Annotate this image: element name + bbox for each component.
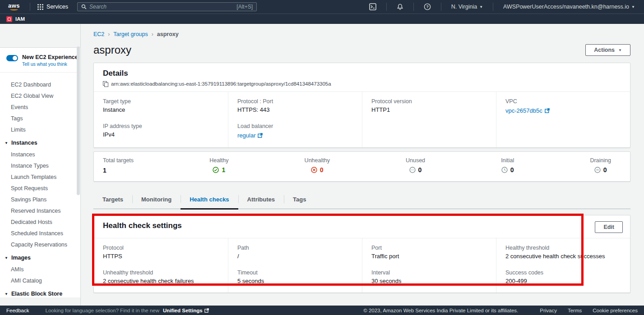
cloudshell-button[interactable]	[365, 0, 381, 14]
language-hint: Looking for language selection? Find it …	[46, 308, 160, 313]
healthy-count: 1	[222, 166, 225, 173]
external-link-icon	[258, 133, 263, 138]
favorite-iam-link[interactable]: IAM	[15, 16, 25, 22]
sidebar-item-capacity-reservations[interactable]: Capacity Reservations	[0, 239, 80, 250]
feedback-button[interactable]: Feedback	[6, 308, 29, 313]
vpc-link[interactable]: vpc-2657db5c	[505, 107, 550, 114]
tab-monitoring[interactable]: Monitoring	[132, 192, 181, 209]
unified-settings-link[interactable]: Unified Settings	[163, 308, 209, 313]
breadcrumb-separator-icon: ›	[108, 31, 110, 37]
nav-divider	[493, 3, 493, 11]
help-button[interactable]: ?	[419, 0, 436, 14]
field-label: Path	[237, 245, 353, 251]
help-icon: ?	[424, 3, 431, 10]
tab-tags[interactable]: Tags	[284, 192, 315, 209]
sidebar-item-dedicated-hosts[interactable]: Dedicated Hosts	[0, 216, 80, 228]
favorites-bar: IAM	[0, 14, 644, 24]
new-experience-label: New EC2 Experience	[22, 54, 78, 60]
sidebar-item-events[interactable]: Events	[0, 101, 80, 113]
terms-link[interactable]: Terms	[568, 308, 582, 313]
new-experience-banner: New EC2 Experience Tell us what you thin…	[0, 48, 80, 73]
sidebar-item-scheduled-instances[interactable]: Scheduled Instances	[0, 228, 80, 239]
svg-text:?: ?	[426, 5, 428, 9]
account-label: AWSPowerUserAccess/navaneeth.kn@harness.…	[503, 4, 629, 10]
unified-settings-label: Unified Settings	[163, 308, 203, 313]
aws-logo-text: aws	[8, 3, 20, 8]
sidebar-item-amis[interactable]: AMIs	[0, 264, 80, 275]
ip-address-type-value: IPv4	[103, 131, 219, 138]
external-link-icon	[204, 308, 209, 313]
sidebar-scrollbar[interactable]	[77, 46, 80, 195]
sidebar-section-images[interactable]: ▼ Images	[0, 250, 80, 264]
sidebar-section-elastic-block-store[interactable]: ▼ Elastic Block Store	[0, 286, 80, 297]
new-experience-toggle[interactable]	[6, 55, 18, 61]
chevron-down-icon: ▼	[479, 5, 483, 9]
search-input[interactable]	[89, 4, 234, 10]
field-label: Load balancer	[237, 123, 353, 129]
sidebar-item-instances[interactable]: Instances	[0, 149, 80, 160]
services-menu-button[interactable]: Services	[34, 4, 72, 10]
chevron-down-icon: ▼	[5, 141, 8, 145]
target-group-arn: arn:aws:elasticloadbalancing:us-east-1:3…	[111, 81, 331, 87]
tab-targets[interactable]: Targets	[93, 192, 132, 209]
tab-bar: Targets Monitoring Health checks Attribu…	[93, 192, 630, 209]
summary-initial: Initial 0	[501, 157, 514, 175]
hc-interval-value: 30 seconds	[371, 278, 487, 284]
sidebar-item-ec2-dashboard[interactable]: EC2 Dashboard	[0, 79, 80, 90]
top-navigation-bar: aws Services [Alt+S] ? N. Virginia ▼ AWS…	[0, 0, 644, 14]
edit-button-label: Edit	[603, 224, 614, 230]
health-check-settings-panel: Health check settings Edit Protocol HTTP…	[93, 215, 630, 293]
field-label: Port	[371, 245, 487, 251]
load-balancer-link[interactable]: regular	[237, 132, 263, 139]
account-menu[interactable]: AWSPowerUserAccess/navaneeth.kn@harness.…	[499, 4, 639, 10]
iam-service-icon	[6, 16, 12, 22]
sidebar-item-tags[interactable]: Tags	[0, 113, 80, 124]
search-icon	[81, 4, 87, 9]
cookie-preferences-link[interactable]: Cookie preferences	[593, 308, 638, 313]
hc-success-codes-value: 200-499	[505, 278, 621, 284]
sidebar-section-instances[interactable]: ▼ Instances	[0, 135, 80, 149]
chevron-down-icon: ▼	[5, 256, 8, 260]
sidebar-section-label: Elastic Block Store	[11, 291, 62, 297]
notifications-button[interactable]	[392, 0, 408, 14]
bell-icon	[397, 3, 403, 10]
field-label: Target type	[103, 98, 219, 105]
sidebar-item-ec2-global-view[interactable]: EC2 Global View	[0, 90, 80, 101]
details-title: Details	[103, 69, 621, 78]
breadcrumb-ec2[interactable]: EC2	[93, 31, 104, 37]
hc-path-value: /	[237, 253, 353, 260]
sidebar-item-limits[interactable]: Limits	[0, 124, 80, 135]
hc-port-value: Traffic port	[371, 253, 487, 260]
sidebar-item-reserved-instances[interactable]: Reserved Instances	[0, 205, 80, 216]
protocol-port-value: HTTPS: 443	[237, 106, 353, 113]
tab-attributes[interactable]: Attributes	[238, 192, 284, 209]
breadcrumb-current: asproxy	[157, 31, 179, 37]
clock-icon	[501, 167, 508, 173]
summary-label: Draining	[590, 157, 611, 164]
edit-button[interactable]: Edit	[595, 221, 623, 233]
sidebar-item-instance-types[interactable]: Instance Types	[0, 160, 80, 171]
total-targets-count: 1	[103, 167, 107, 174]
chevron-down-icon: ▼	[631, 5, 635, 9]
field-label: Timeout	[237, 269, 353, 276]
chevron-down-icon: ▼	[618, 48, 622, 52]
draining-count: 0	[603, 166, 607, 173]
feedback-link[interactable]: Tell us what you think	[22, 61, 78, 67]
sidebar-item-launch-templates[interactable]: Launch Templates	[0, 171, 80, 183]
breadcrumb-target-groups[interactable]: Target groups	[113, 31, 148, 37]
privacy-link[interactable]: Privacy	[540, 308, 557, 313]
tab-health-checks[interactable]: Health checks	[181, 192, 238, 210]
actions-button[interactable]: Actions ▼	[585, 44, 630, 56]
hc-protocol-value: HTTPS	[103, 253, 219, 260]
copy-icon[interactable]	[103, 81, 108, 87]
summary-label: Unused	[406, 157, 425, 164]
sidebar-item-spot-requests[interactable]: Spot Requests	[0, 183, 80, 194]
field-label: Protocol version	[371, 98, 487, 105]
actions-button-label: Actions	[594, 47, 615, 53]
global-search-box[interactable]: [Alt+S]	[77, 2, 257, 11]
sidebar-section-label: Instances	[11, 140, 37, 146]
region-selector[interactable]: N. Virginia ▼	[447, 4, 487, 10]
sidebar-item-ami-catalog[interactable]: AMI Catalog	[0, 275, 80, 286]
aws-logo[interactable]: aws	[8, 3, 20, 10]
sidebar-item-savings-plans[interactable]: Savings Plans	[0, 194, 80, 205]
